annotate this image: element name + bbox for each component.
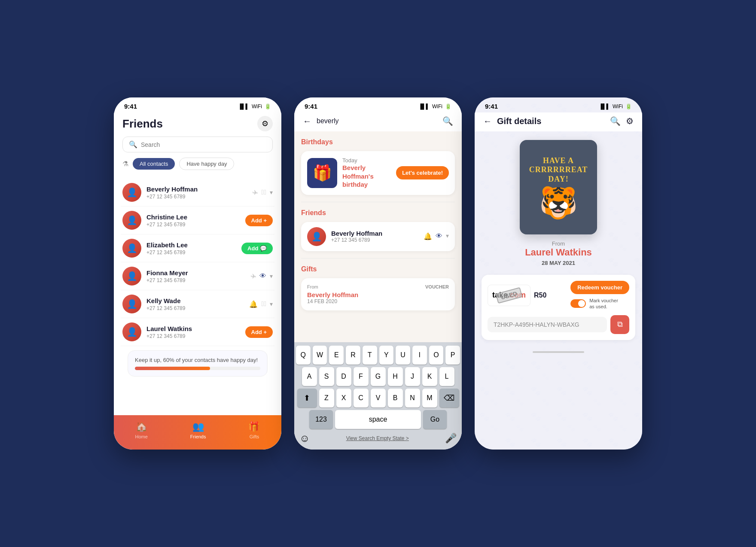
- search-field[interactable]: beverly: [317, 117, 437, 125]
- gift-from-name: Beverly Hoffman: [307, 291, 449, 298]
- keyboard-row-1: Q W E R T Y U I O P: [296, 346, 460, 365]
- nav-home[interactable]: 🏠 Home: [135, 421, 147, 439]
- settings-button[interactable]: ⚙: [257, 116, 273, 131]
- add-button-christine[interactable]: Add +: [245, 215, 273, 226]
- key-z[interactable]: Z: [319, 389, 334, 407]
- contact-info-christine: Christine Lee +27 12 345 6789: [146, 213, 240, 228]
- friends-title-row: Friends ⚙: [122, 116, 273, 131]
- gifts-section-title: Gifts: [301, 265, 455, 273]
- key-k[interactable]: K: [422, 367, 437, 386]
- key-g[interactable]: G: [371, 367, 386, 386]
- key-w[interactable]: W: [313, 346, 327, 365]
- key-123[interactable]: 123: [309, 410, 333, 429]
- key-r[interactable]: R: [346, 346, 360, 365]
- no-send-icon-2: ✈̶: [250, 272, 256, 280]
- copy-button[interactable]: ⧉: [610, 315, 629, 334]
- no-eye-icon-2: 👁̶: [261, 300, 266, 308]
- key-u[interactable]: U: [396, 346, 410, 365]
- search-submit-button[interactable]: 🔍: [442, 116, 453, 126]
- key-o[interactable]: O: [429, 346, 444, 365]
- mark-used-toggle[interactable]: [570, 299, 586, 308]
- key-b[interactable]: B: [388, 389, 403, 407]
- chevron-icon-2[interactable]: ▾: [270, 273, 273, 280]
- birthday-gift-icon: 🎁: [307, 158, 337, 188]
- phone-search: 9:41 ▐▌▌ WiFi 🔋 ← beverly 🔍 Birthdays 🎁: [294, 97, 462, 450]
- contact-actions-fionna: ✈̶ 👁 ▾: [250, 272, 273, 280]
- key-m[interactable]: M: [422, 389, 437, 407]
- search-icon-gift[interactable]: 🔍: [610, 116, 621, 126]
- filter-happy-day[interactable]: Have happy day: [179, 158, 234, 170]
- status-icons-2: ▐▌▌ WiFi 🔋: [418, 103, 451, 109]
- add-button-laurel[interactable]: Add +: [245, 326, 273, 338]
- key-space[interactable]: space: [335, 410, 421, 429]
- add-whatsapp-button-elizabeth[interactable]: Add 💬: [241, 243, 273, 254]
- redeem-button[interactable]: Redeem voucher: [570, 281, 629, 294]
- back-button-gift[interactable]: ←: [483, 116, 492, 126]
- key-i[interactable]: I: [412, 346, 427, 365]
- nav-gifts-label: Gifts: [250, 434, 259, 439]
- key-q[interactable]: Q: [296, 346, 311, 365]
- emoji-button[interactable]: ☺: [299, 432, 310, 444]
- key-s[interactable]: S: [319, 367, 334, 386]
- contact-phone-elizabeth: +27 12 345 6789: [146, 249, 236, 255]
- contact-info-elizabeth: Elizabeth Lee +27 12 345 6789: [146, 241, 236, 255]
- birthday-info: Today Beverly Hoffman's birthday: [342, 157, 391, 189]
- header-icons: 🔍 ⚙: [610, 116, 634, 126]
- voucher-buttons: Redeem voucher Mark voucheras used.: [570, 281, 629, 310]
- friends-screen: 9:41 ▐▌▌ WiFi 🔋 Friends ⚙ 🔍 ⚗: [114, 97, 281, 450]
- back-button[interactable]: ←: [303, 116, 311, 126]
- search-header: ← beverly 🔍: [294, 112, 462, 131]
- key-t[interactable]: T: [363, 346, 377, 365]
- chevron-icon-4[interactable]: ▾: [446, 232, 449, 240]
- eye-icon-2[interactable]: 👁: [436, 232, 442, 240]
- key-a[interactable]: A: [302, 367, 317, 386]
- view-empty-state-button[interactable]: View Search Empty State >: [346, 435, 409, 441]
- tiger-card-text: HAVE ACRRRRRREATDAY!: [529, 156, 588, 184]
- key-n[interactable]: N: [405, 389, 420, 407]
- celebrate-button[interactable]: Let's celebrate!: [396, 166, 449, 179]
- voucher-top: take.com USED R50 Redeem voucher: [488, 281, 629, 310]
- nav-friends[interactable]: 👥 Friends: [190, 421, 206, 439]
- status-time-1: 9:41: [124, 103, 137, 110]
- status-icons-3: ▐▌▌ WiFi 🔋: [599, 103, 632, 109]
- tiger-card: HAVE ACRRRRRREATDAY! 🐯: [520, 140, 597, 234]
- settings-icon-gift[interactable]: ⚙: [626, 116, 634, 126]
- key-f[interactable]: F: [354, 367, 369, 386]
- filter-row: ⚗ All contacts Have happy day: [122, 158, 273, 170]
- key-c[interactable]: C: [354, 389, 369, 407]
- search-input[interactable]: [141, 141, 266, 148]
- wifi-icon-3: WiFi: [613, 103, 623, 109]
- bell-icon-2: 🔔: [424, 232, 432, 240]
- contact-name-beverly: Beverly Hoffman: [146, 185, 247, 193]
- key-x[interactable]: X: [336, 389, 351, 407]
- home-icon: 🏠: [136, 421, 147, 432]
- key-l[interactable]: L: [439, 367, 454, 386]
- nav-gifts[interactable]: 🎁 Gifts: [248, 421, 260, 439]
- key-e[interactable]: E: [329, 346, 344, 365]
- key-d[interactable]: D: [336, 367, 351, 386]
- contact-info-fionna: Fionna Meyer +27 12 345 6789: [146, 269, 245, 283]
- key-j[interactable]: J: [405, 367, 420, 386]
- filter-all-contacts[interactable]: All contacts: [133, 158, 175, 170]
- key-shift[interactable]: ⬆: [297, 389, 317, 407]
- chevron-icon-1[interactable]: ▾: [270, 189, 273, 196]
- key-p[interactable]: P: [445, 346, 460, 365]
- key-backspace[interactable]: ⌫: [439, 389, 459, 407]
- birthdays-section-title: Birthdays: [301, 138, 455, 146]
- key-h[interactable]: H: [388, 367, 403, 386]
- status-bar-3: 9:41 ▐▌▌ WiFi 🔋: [475, 97, 642, 112]
- signal-icon-2: ▐▌▌: [418, 103, 430, 109]
- divider-2: [301, 258, 455, 258]
- friend-info-beverly: Beverly Hoffman +27 12 345 6789: [331, 230, 418, 243]
- gifts-icon: 🎁: [248, 421, 260, 432]
- chevron-icon-3[interactable]: ▾: [270, 301, 273, 307]
- contact-actions-beverly: ✈̶ 👁̶ ▾: [252, 188, 273, 197]
- key-v[interactable]: V: [371, 389, 386, 407]
- eye-icon-fionna[interactable]: 👁: [259, 272, 266, 280]
- key-go[interactable]: Go: [423, 410, 447, 429]
- voucher-code-field[interactable]: [488, 317, 607, 332]
- microphone-button[interactable]: 🎤: [445, 433, 457, 444]
- phone-friends: 9:41 ▐▌▌ WiFi 🔋 Friends ⚙ 🔍 ⚗: [114, 97, 281, 450]
- key-y[interactable]: Y: [379, 346, 394, 365]
- search-box[interactable]: 🔍: [122, 137, 273, 152]
